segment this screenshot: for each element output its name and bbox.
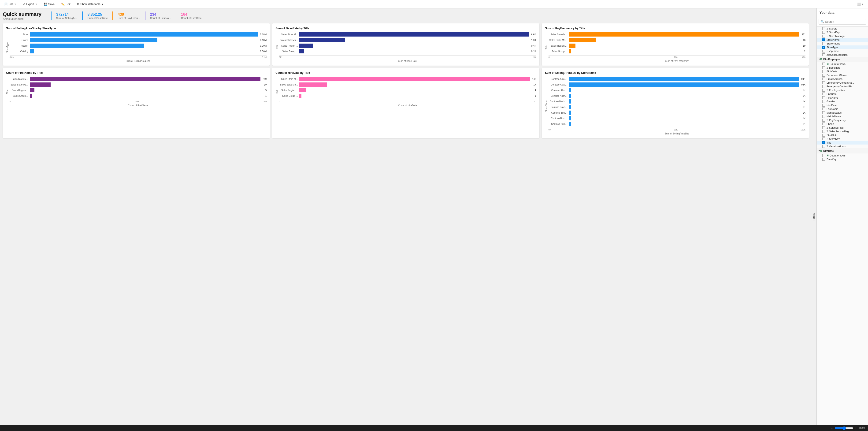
checkbox[interactable] xyxy=(822,63,825,65)
checkbox[interactable] xyxy=(822,89,825,92)
tree-section[interactable]: ▾ ⊞ DimEmployee xyxy=(817,57,868,62)
sigma-icon: Σ xyxy=(827,50,828,53)
tree-item[interactable]: LastName xyxy=(817,107,868,111)
checkbox[interactable] xyxy=(822,85,825,88)
checkbox[interactable] xyxy=(822,100,825,103)
axis-line xyxy=(549,55,805,56)
checkbox[interactable] xyxy=(822,115,825,118)
tree-section[interactable]: ▾ ⊞ DimDate xyxy=(817,148,868,153)
checkbox[interactable] xyxy=(822,126,825,129)
bar-chart: Sales Store M... 381 Sales State Ma... 4… xyxy=(549,32,805,53)
search-input[interactable] xyxy=(825,20,864,24)
file-menu[interactable]: 📄 File ▼ xyxy=(3,2,18,7)
checkbox[interactable] xyxy=(822,27,825,30)
tree-item[interactable]: FirstName xyxy=(817,96,868,99)
checkbox[interactable] xyxy=(822,145,825,148)
tree-item[interactable]: ⊞ Count of rows xyxy=(817,62,868,66)
checkbox[interactable] xyxy=(822,123,825,125)
tree-item[interactable]: EmergencyContactPh... xyxy=(817,85,868,88)
show-data-table-button[interactable]: ⊞ Show data table ▼ xyxy=(76,2,105,7)
bar-value: 19 xyxy=(264,83,267,86)
checkbox[interactable] xyxy=(822,46,825,49)
bar-fill xyxy=(299,77,530,81)
tree-item[interactable]: ZipCodeExtension xyxy=(817,53,868,57)
export-button[interactable]: ↗ Export ▼ xyxy=(21,2,39,7)
tree-item[interactable]: StorePhone xyxy=(817,42,868,45)
chart-card: Sum of PayFrequency by Title Title Sales… xyxy=(542,24,809,66)
checkbox[interactable] xyxy=(822,119,825,122)
zoom-slider[interactable] xyxy=(835,426,853,430)
tree-item[interactable]: Σ SalariedFlag xyxy=(817,126,868,129)
tree-item[interactable]: Σ EmployeeKey xyxy=(817,88,868,92)
tree-item[interactable]: HireDate xyxy=(817,103,868,107)
bar-chart: Store 0.18M Online 0.10M Reseller 0.09M xyxy=(9,32,267,53)
tree-item[interactable]: Σ PayFrequency xyxy=(817,118,868,122)
checkbox[interactable] xyxy=(822,141,825,144)
tree-item[interactable]: BirthDate xyxy=(817,69,868,73)
axis-line xyxy=(9,55,267,56)
checkbox[interactable] xyxy=(822,31,825,34)
checkbox[interactable] xyxy=(822,107,825,110)
tree-item[interactable]: StoreType xyxy=(817,45,868,49)
tree-item[interactable]: MiddleName xyxy=(817,115,868,118)
checkbox[interactable] xyxy=(822,35,825,37)
tree-item[interactable]: Σ StoreId xyxy=(817,27,868,30)
sigma-icon: Σ xyxy=(827,35,828,37)
checkbox[interactable] xyxy=(822,93,825,95)
checkbox[interactable] xyxy=(822,158,825,161)
tree-item[interactable]: DateKey xyxy=(817,157,868,161)
tree-item[interactable]: Σ StoreKey xyxy=(817,137,868,141)
checkbox[interactable] xyxy=(822,137,825,140)
bar-value: 2 xyxy=(804,50,805,53)
bar-container xyxy=(299,49,529,53)
summary-value: 372714 xyxy=(56,12,78,17)
tree-item[interactable]: DepartmentName xyxy=(817,73,868,77)
checkbox[interactable] xyxy=(822,38,825,41)
tree-item[interactable]: EmergencyContactNa... xyxy=(817,81,868,85)
tree-item[interactable]: EndDate xyxy=(817,92,868,96)
checkbox[interactable] xyxy=(822,50,825,53)
zoom-out-button[interactable]: − xyxy=(830,426,834,430)
search-box[interactable]: 🔍 xyxy=(818,19,866,25)
tree-item[interactable]: Gender xyxy=(817,99,868,103)
tree-item-label: SalesPersonFlag xyxy=(829,130,866,133)
tree-item[interactable]: Phone xyxy=(817,122,868,126)
checkbox[interactable] xyxy=(822,104,825,106)
tree-item[interactable]: MaritalStatus xyxy=(817,111,868,115)
chart-bars-area: Sales Store M... 381 Sales State Ma... 4… xyxy=(549,32,805,62)
tree-item[interactable]: ⊞ Count of rows xyxy=(817,153,868,157)
tree-item[interactable]: EmailAddress xyxy=(817,77,868,81)
bar-container xyxy=(569,99,800,103)
checkbox[interactable] xyxy=(822,66,825,69)
checkbox[interactable] xyxy=(822,74,825,76)
checkbox[interactable] xyxy=(822,130,825,133)
summary-label: Sum of BaseRate xyxy=(88,17,108,20)
tree-item[interactable]: Σ VacationHours xyxy=(817,145,868,148)
checkbox[interactable] xyxy=(822,134,825,136)
bar-value: 0.18M xyxy=(260,33,267,36)
checkbox[interactable] xyxy=(822,53,825,56)
bar-value: 1K xyxy=(803,95,805,97)
checkbox[interactable] xyxy=(822,111,825,114)
zoom-in-button[interactable]: + xyxy=(854,426,858,430)
tree-item[interactable]: Σ StoreManager xyxy=(817,34,868,38)
save-button[interactable]: 💾 Save xyxy=(42,2,56,7)
edit-button[interactable]: ✏️ Edit xyxy=(60,2,72,7)
tree-item[interactable]: StartDate xyxy=(817,133,868,137)
tree-item[interactable]: Σ BaseRate xyxy=(817,66,868,69)
checkbox[interactable] xyxy=(822,70,825,73)
tree-item[interactable]: Σ SalesPersonFlag xyxy=(817,129,868,133)
tree-item[interactable]: Σ ZipCode xyxy=(817,49,868,53)
tree-item[interactable]: Σ StoreKey xyxy=(817,30,868,34)
filters-tab[interactable]: Filters xyxy=(811,8,816,425)
checkbox[interactable] xyxy=(822,96,825,99)
checkbox[interactable] xyxy=(822,42,825,45)
tree-item[interactable]: StoreName xyxy=(817,38,868,42)
checkbox[interactable] xyxy=(822,81,825,84)
checkbox[interactable] xyxy=(822,154,825,157)
checkbox[interactable] xyxy=(822,78,825,80)
window-controls[interactable]: ⬜ ▼ xyxy=(856,2,865,7)
bar-label: Sales State Ma... xyxy=(279,83,298,86)
bar-container xyxy=(30,32,258,36)
tree-item[interactable]: Title xyxy=(817,141,868,145)
